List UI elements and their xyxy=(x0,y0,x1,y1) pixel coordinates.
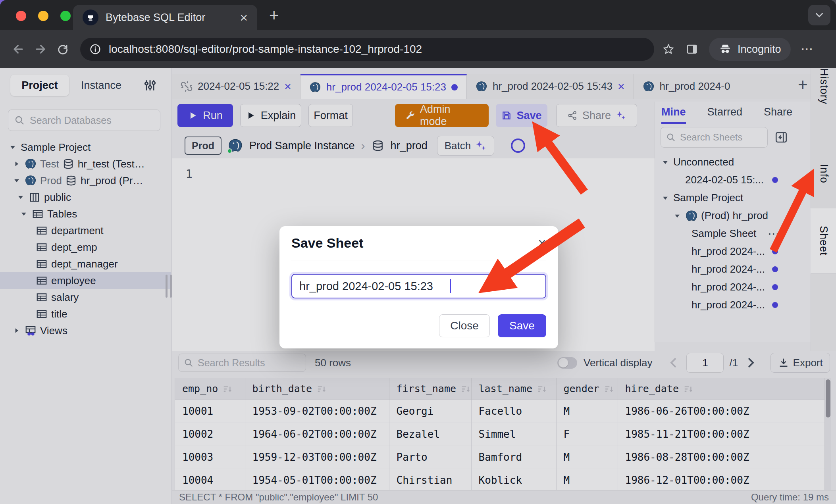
sheet-item[interactable]: Sample Sheet ⋯ xyxy=(655,225,811,242)
tree-item[interactable]: public xyxy=(0,189,171,206)
sort-icon[interactable] xyxy=(317,385,326,394)
run-button[interactable]: Run xyxy=(177,104,233,127)
sheet-search[interactable] xyxy=(661,127,768,148)
side-tab[interactable]: Sheet xyxy=(811,208,836,274)
sheet-item[interactable]: hr_prod 2024-... xyxy=(655,242,811,260)
sort-icon[interactable] xyxy=(461,385,470,394)
editor-tab[interactable]: hr_prod 2024-0 xyxy=(634,74,740,99)
tree-item[interactable]: department xyxy=(0,222,171,239)
tree-item[interactable]: Prod hr_prod (Pr… xyxy=(0,172,171,189)
sheets-tab[interactable]: Share xyxy=(764,106,792,124)
address-bar[interactable]: localhost:8080/sql-editor/prod-sample-in… xyxy=(80,38,654,61)
modal-save-button[interactable]: Save xyxy=(498,314,546,337)
sort-icon[interactable] xyxy=(223,385,232,394)
tab-instance[interactable]: Instance xyxy=(81,75,121,96)
explain-button[interactable]: Explain xyxy=(240,104,301,127)
side-panel-icon[interactable] xyxy=(685,42,699,56)
column-header-emp_no[interactable]: emp_no xyxy=(175,378,245,400)
instance-name[interactable]: Prod Sample Instance xyxy=(249,140,355,152)
new-tab-button[interactable]: + xyxy=(269,7,279,24)
tree-item[interactable]: Views xyxy=(0,322,171,339)
sheet-item[interactable]: 2024-02-05 15:... xyxy=(655,171,811,189)
table-row[interactable]: 100011953-09-02T00:00:00ZGeorgiFacelloM1… xyxy=(175,400,831,423)
sheet-item[interactable]: hr_prod 2024-... xyxy=(655,260,811,278)
bookmark-star-icon[interactable] xyxy=(662,43,675,56)
tree-item[interactable]: Test hr_test (Test… xyxy=(0,156,171,172)
tree-item[interactable]: employee xyxy=(0,272,171,289)
site-info-icon[interactable] xyxy=(89,43,102,56)
sheet-search-input[interactable] xyxy=(680,132,763,143)
sheet-item[interactable]: Unconnected xyxy=(655,153,811,171)
batch-button[interactable]: Batch xyxy=(437,136,495,156)
collapse-panel-icon[interactable] xyxy=(774,130,788,144)
tab-search-button[interactable] xyxy=(808,5,830,25)
save-button[interactable]: Save xyxy=(496,104,547,127)
browser-tab[interactable]: Bytebase SQL Editor × xyxy=(73,5,257,30)
admin-mode-button[interactable]: Admin mode xyxy=(395,104,489,127)
forward-button[interactable] xyxy=(29,42,52,56)
sheets-tab[interactable]: Starred xyxy=(707,106,743,124)
column-header-gender[interactable]: gender xyxy=(556,378,618,400)
sheets-tab[interactable]: Mine xyxy=(661,106,686,124)
scrollbar-thumb[interactable] xyxy=(826,379,830,417)
results-scrollbar[interactable] xyxy=(824,378,831,490)
tree-item[interactable]: dept_manager xyxy=(0,256,171,272)
format-button[interactable]: Format xyxy=(308,104,353,127)
column-header-last_name[interactable]: last_name xyxy=(471,378,556,400)
database-search-input[interactable] xyxy=(30,115,154,126)
sheet-name-field[interactable] xyxy=(291,274,546,298)
sort-icon[interactable] xyxy=(684,385,693,394)
table-row[interactable]: 100041954-05-01T00:00:00ZChirstianKoblic… xyxy=(175,469,831,490)
side-tab[interactable]: History xyxy=(811,68,836,104)
table-row[interactable]: 100031959-12-03T00:00:00ZPartoBamfordM19… xyxy=(175,446,831,469)
editor-tab[interactable]: hr_prod 2024-02-05 15:23 xyxy=(300,74,467,99)
modal-close-icon[interactable]: × xyxy=(538,236,546,250)
export-button[interactable]: Export xyxy=(771,353,830,373)
sheet-name-input[interactable] xyxy=(299,280,449,293)
results-search[interactable] xyxy=(178,354,306,372)
more-menu-icon[interactable]: ⋯ xyxy=(768,227,780,240)
table-row[interactable]: 100021964-06-02T00:00:00ZBezalelSimmelF1… xyxy=(175,423,831,446)
caret-slot xyxy=(24,293,36,301)
sheet-item[interactable]: hr_prod 2024-... xyxy=(655,278,811,296)
modal-close-button[interactable]: Close xyxy=(439,314,490,337)
side-tab[interactable]: Info xyxy=(811,144,836,204)
sort-icon[interactable] xyxy=(604,385,614,394)
back-button[interactable] xyxy=(7,42,29,56)
browser-menu-icon[interactable]: ⋮ xyxy=(801,43,813,55)
tree-item[interactable]: title xyxy=(0,306,171,322)
database-name[interactable]: hr_prod xyxy=(391,140,428,152)
tree-item[interactable]: Sample Project xyxy=(0,139,171,156)
editor-tab[interactable]: hr_prod 2024-02-05 15:43 × xyxy=(467,74,634,99)
window-close-button[interactable] xyxy=(16,11,26,21)
share-button[interactable]: Share xyxy=(556,104,637,127)
page-number-input[interactable] xyxy=(686,353,724,373)
tab-project[interactable]: Project xyxy=(10,75,69,96)
sheet-item[interactable]: (Prod) hr_prod xyxy=(655,207,811,225)
sort-icon[interactable] xyxy=(537,385,547,394)
column-header-birth_date[interactable]: birth_date xyxy=(245,378,389,400)
editor-tab[interactable]: 2024-02-05 15:22 × xyxy=(172,74,300,99)
sidebar-resize-handle[interactable] xyxy=(166,275,172,298)
next-page-icon[interactable] xyxy=(744,356,758,370)
close-tab-icon[interactable]: × xyxy=(284,81,291,92)
filter-sliders-icon[interactable] xyxy=(143,78,157,92)
vertical-display-toggle[interactable] xyxy=(557,357,577,369)
sheet-item[interactable]: Sample Project xyxy=(655,189,811,207)
reload-button[interactable] xyxy=(52,43,74,56)
save-sheet-modal: Save Sheet × Close Save xyxy=(279,226,558,348)
database-search[interactable] xyxy=(8,110,160,131)
tree-item[interactable]: dept_emp xyxy=(0,239,171,256)
tree-item[interactable]: salary xyxy=(0,289,171,306)
prev-page-icon[interactable] xyxy=(666,356,681,370)
tree-item[interactable]: Tables xyxy=(0,206,171,222)
close-tab-icon[interactable]: × xyxy=(618,81,625,92)
environment-badge[interactable]: Prod xyxy=(185,137,222,155)
window-minimize-button[interactable] xyxy=(38,11,48,21)
browser-tab-close-icon[interactable]: × xyxy=(240,11,248,24)
column-header-first_name[interactable]: first_name xyxy=(389,378,471,400)
window-zoom-button[interactable] xyxy=(60,11,71,21)
sheet-item[interactable]: hr_prod 2024-... xyxy=(655,296,811,314)
results-search-input[interactable] xyxy=(198,357,301,369)
column-header-hire_date[interactable]: hire_date xyxy=(618,378,764,400)
